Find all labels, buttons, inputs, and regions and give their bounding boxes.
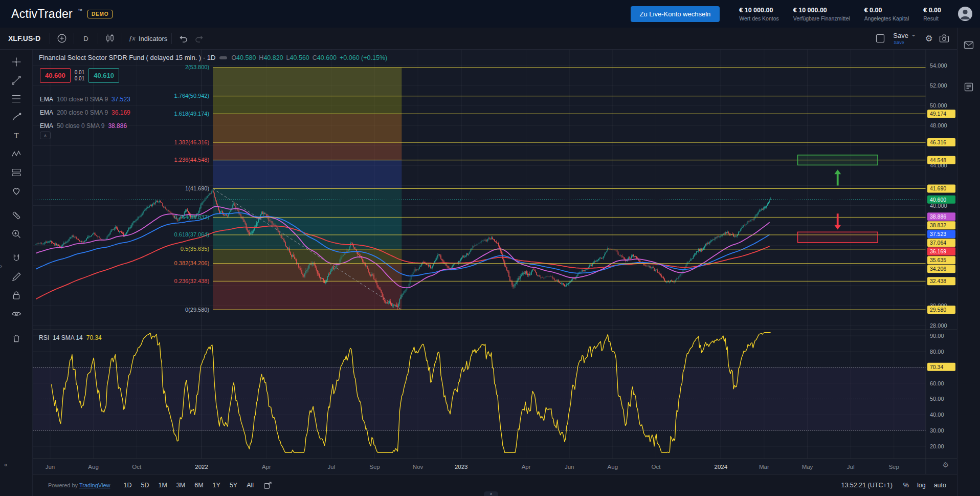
svg-text:52.000: 52.000 [930,82,947,89]
svg-text:37.064: 37.064 [930,240,946,246]
go-to-date-button[interactable] [263,481,273,490]
lock-tool-button[interactable] [8,288,25,303]
spread: 0.01 0.01 [75,70,84,82]
zoom-in-tool-button[interactable] [8,227,25,241]
expand-bottom-panel-chevron[interactable]: ∧ [484,491,498,496]
heart-emoji-tool-button[interactable] [8,184,25,198]
account-value: € 0.00 [923,7,941,14]
svg-text:0.382(34.206): 0.382(34.206) [174,260,210,266]
undo-button[interactable] [176,31,191,46]
svg-text:50.00: 50.00 [930,396,944,402]
user-icon [957,6,973,21]
drawing-toolbar: T [0,50,33,496]
lock-icon [11,290,22,301]
svg-text:Apr: Apr [262,464,271,470]
rsi-legend-row[interactable]: RSI 14 SMA 14 70.34 [39,334,102,341]
top-header: ActivTrader ™ DEMO Zu Live-Konto wechsel… [0,0,980,28]
indicator-value: 38.886 [108,122,127,130]
svg-text:28.000: 28.000 [930,322,947,329]
pencil-tool-button[interactable] [8,270,25,284]
svg-text:30.00: 30.00 [930,427,944,434]
trend-line-tool-button[interactable] [8,73,25,88]
news-button[interactable] [962,80,976,94]
chart-canvas[interactable]: 2(53.800)1.764(50.942)1.618(49.174)1.382… [33,50,957,474]
fx-icon: ƒx [126,33,138,44]
magnet-tool-button[interactable] [8,251,25,266]
range-6m-button[interactable]: 6M [190,480,207,491]
chart-style-button[interactable] [102,31,118,46]
legend-more-pill[interactable] [219,56,227,59]
eye-tool-button[interactable] [8,307,25,321]
symbol-button[interactable]: XLF.US-D [8,34,40,42]
sell-bid-button[interactable]: 40.600 [40,68,71,83]
account-metric: € 0.00Result [923,7,941,21]
trash-tool-button[interactable] [8,331,25,346]
left-panel-expand-chevron[interactable]: › [0,258,6,273]
svg-text:Oct: Oct [651,464,661,470]
brand-tm: ™ [78,8,82,13]
tradingview-link[interactable]: TradingView [79,482,110,488]
chevron-down-icon: ⌄ [911,31,916,37]
save-layout-button[interactable]: Save ⌄ Save [893,32,916,45]
layout-select-button[interactable] [873,31,888,46]
range-3m-button[interactable]: 3M [172,480,189,491]
go-to-date-icon [263,481,273,490]
scroll-to-start-icon[interactable]: « [4,461,8,468]
stop-zone-rect[interactable] [798,232,878,243]
svg-text:35.635: 35.635 [930,257,946,263]
entry-zone-rect[interactable] [798,155,878,165]
camera-icon [939,33,950,44]
toolbar-divider [50,33,50,44]
buy-ask-button[interactable]: 40.610 [88,68,119,83]
snapshot-button[interactable] [937,31,952,46]
account-metric: € 10 000.00Verfügbare Finanzmittel [793,7,850,21]
timeframe-button[interactable]: D [78,31,94,46]
long-short-position-tool-button[interactable] [8,165,25,180]
undo-icon [178,33,189,44]
range-5y-button[interactable]: 5Y [226,480,241,491]
indicators-button[interactable]: ƒx Indicators [126,31,167,46]
gear-icon: ⚙ [925,33,932,44]
range-1m-button[interactable]: 1M [154,480,171,491]
ema-100-legend-row[interactable]: EMA 100 close 0 SMA 9 37.523 [40,93,130,106]
open-value: 40.580 [236,54,256,61]
ema-200-legend-row[interactable]: EMA 200 close 0 SMA 9 36.169 [40,106,130,119]
collapse-legend-button[interactable]: ∧ [40,132,51,139]
range-1y-button[interactable]: 1Y [209,480,225,491]
redo-button[interactable] [191,31,207,46]
account-metric: € 10 000.00Wert des Kontos [739,7,778,21]
svg-text:32.438: 32.438 [930,278,946,284]
scale-percent-button[interactable]: % [900,480,912,490]
avatar[interactable] [957,6,973,21]
envelope-button[interactable] [962,38,976,52]
svg-text:Sep: Sep [888,464,899,470]
svg-text:Jun: Jun [565,464,574,470]
brush-tool-button[interactable] [8,110,25,124]
range-1d-button[interactable]: 1D [120,480,136,491]
svg-text:T: T [14,132,18,140]
svg-text:80.00: 80.00 [930,349,944,355]
account-label: Verfügbare Finanzmittel [793,15,850,21]
plus-circle-icon [56,33,68,44]
fib-retracement-tool-button[interactable] [8,92,25,106]
scale-log-button[interactable]: log [914,480,929,490]
spread-top: 0.01 [75,70,84,76]
chart-settings-button[interactable]: ⚙ [921,31,937,46]
ema-50-legend-row[interactable]: EMA 50 close 0 SMA 9 38.886 [40,119,130,133]
scale-auto-button[interactable]: auto [930,480,950,490]
crosshair-tool-button[interactable] [8,55,25,69]
time-axis-settings-icon[interactable]: ⚙ [942,461,949,469]
toolbar-divider [98,33,98,44]
ruler-tool-button[interactable] [8,208,25,223]
instrument-title[interactable]: Financial Select Sector SPDR Fund ( dela… [39,54,215,61]
zoom-in-icon [11,228,22,240]
ohlc-values: O40.580 H40.820 L40.560 C40.600 +0.060 (… [231,54,387,61]
svg-text:0.5(35.635): 0.5(35.635) [181,246,209,252]
xabcd-pattern-tool-button[interactable] [8,147,25,161]
compare-add-symbol-button[interactable] [54,31,70,46]
range-5d-button[interactable]: 5D [137,480,153,491]
range-all-button[interactable]: All [242,480,258,491]
clock[interactable]: 13:52:21 (UTC+1) [841,482,892,489]
switch-to-live-button[interactable]: Zu Live-Konto wechseln [631,6,720,22]
text-tool-button[interactable]: T [8,128,25,143]
